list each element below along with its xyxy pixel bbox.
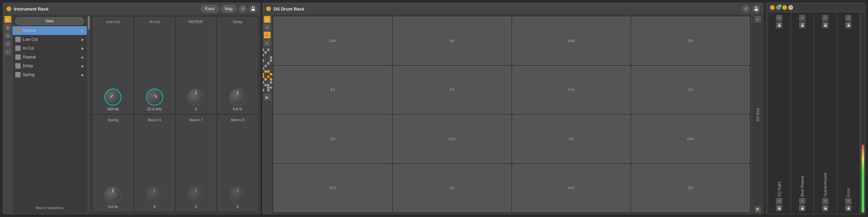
echo-bot-icon-1[interactable]: ↺ <box>845 198 851 204</box>
mini-cell <box>264 62 267 65</box>
device-status-4[interactable] <box>788 5 793 10</box>
eq8-bot-icon-2[interactable]: 💾 <box>776 205 782 211</box>
beatrepeat-bot-icon-1[interactable]: ↺ <box>799 198 805 204</box>
ds-power-button[interactable] <box>266 6 271 11</box>
hybridreverb-bot-icon-1[interactable]: ↺ <box>822 198 828 204</box>
drum-pads-grid: G#4 A4 A#4 B4 E4 F4 F#4 G4 C4 C#4 D4 D#4… <box>272 15 752 214</box>
macro-sidebar: New Normal ▶ Low Cut ▶ Hi Cu <box>13 15 87 214</box>
pad-gs4[interactable]: G#4 <box>274 17 392 65</box>
beatrepeat-icon-1[interactable]: ↺ <box>799 15 805 21</box>
device-eq8-bottom-icons: ↺ 💾 <box>776 198 782 211</box>
pad-d4[interactable]: D4 <box>512 115 631 163</box>
macro6-knob[interactable] <box>146 186 163 203</box>
pad-g4[interactable]: G4 <box>631 66 750 114</box>
hicut-knob[interactable] <box>146 89 163 106</box>
map-button[interactable]: Map <box>221 5 236 13</box>
ds-nav-2[interactable]: ⊙ <box>264 24 271 31</box>
ds-nav-3[interactable]: — <box>264 32 271 38</box>
echo-label: Echo <box>846 30 850 197</box>
arrow-spring: ▶ <box>81 73 84 77</box>
preset-list: Normal ▶ Low Cut ▶ Hi Cut ▶ <box>13 26 87 203</box>
device-status-row <box>768 3 865 12</box>
eq8-bot-icon-1[interactable]: ↺ <box>776 198 782 204</box>
mini-cell <box>267 59 270 62</box>
beatrepeat-icon-2[interactable]: 💾 <box>799 22 805 28</box>
echo-icon-2[interactable]: 💾 <box>845 22 851 28</box>
preset-item-delay[interactable]: Delay ▶ <box>13 61 87 70</box>
pad-e4[interactable]: E4 <box>274 66 392 114</box>
nav-icon-2[interactable]: ⊕ <box>4 24 11 31</box>
ds-nav-play[interactable]: ▶ <box>264 94 271 101</box>
pad-gs3[interactable]: G#3 <box>274 164 392 212</box>
preset-icon-repeat <box>15 54 21 60</box>
pad-b4[interactable]: B4 <box>631 17 750 65</box>
pad-as4[interactable]: A#4 <box>512 17 631 65</box>
macro7-value: 0 <box>195 205 197 209</box>
preset-icon-spring <box>15 72 21 77</box>
macro-cell-lowcut: Low Cut 183 Hz <box>93 17 133 113</box>
device-status-2[interactable] <box>776 5 781 10</box>
preset-item-repeat[interactable]: Repeat ▶ <box>13 53 87 61</box>
ds-nav-4[interactable]: ≡ <box>264 39 271 46</box>
nav-icon-1[interactable]: ◉ <box>4 16 11 23</box>
preset-item-spring[interactable]: Spring ▶ <box>13 70 87 79</box>
echo-icon-1[interactable]: ↺ <box>845 15 851 21</box>
rand-button[interactable]: Rand <box>201 5 218 13</box>
arrow-normal: ▶ <box>81 29 84 33</box>
pad-f4[interactable]: F4 <box>393 66 511 114</box>
pad-c4[interactable]: C4 <box>274 115 392 163</box>
preset-item-lowcut[interactable]: Low Cut ▶ <box>13 35 87 44</box>
nav-icon-5[interactable]: ≡ <box>4 49 11 55</box>
spring-knob[interactable] <box>104 186 121 203</box>
pad-cs4[interactable]: C#4 <box>393 115 511 163</box>
delay-knob[interactable] <box>229 89 246 106</box>
rack-power-button[interactable] <box>6 6 11 11</box>
repeat-value: 0 <box>195 107 197 111</box>
mini-cell <box>263 59 264 62</box>
hicut-value: 22.0 kHz <box>147 107 162 111</box>
nav-icon-3[interactable]: ⊖ <box>4 32 11 39</box>
preset-item-hicut[interactable]: Hi Cut ▶ <box>13 44 87 53</box>
mini-cell <box>267 54 270 56</box>
hicut-label: Hi Cut <box>149 20 160 24</box>
mini-cell-active <box>263 73 264 75</box>
pad-ds4[interactable]: D#4 <box>631 115 750 163</box>
pad-b3[interactable]: B3 <box>631 164 750 212</box>
macro8-label: Macro 8 <box>231 118 244 122</box>
pad-a4[interactable]: A4 <box>393 17 511 65</box>
macro8-knob[interactable] <box>229 186 246 203</box>
preset-item-normal[interactable]: Normal ▶ <box>13 26 87 35</box>
preset-name-delay: Delay <box>23 64 79 68</box>
ds-nav-1[interactable]: ◉ <box>264 16 271 23</box>
hicut-knob-container: 22.0 kHz <box>146 89 163 111</box>
mini-cell <box>263 62 264 65</box>
ds-refresh-icon[interactable]: ↺ <box>742 5 750 13</box>
mini-cell <box>264 54 267 56</box>
ds-save-icon[interactable]: 💾 <box>752 5 760 13</box>
mini-cell <box>267 84 270 86</box>
device-status-1[interactable] <box>770 5 775 10</box>
beatrepeat-bot-icon-2[interactable]: 💾 <box>799 205 805 211</box>
new-button[interactable]: New <box>15 17 84 25</box>
pad-as3[interactable]: A#3 <box>512 164 631 212</box>
ds-kick-icon[interactable]: 📦 <box>755 206 761 213</box>
ds-kick-nav[interactable]: ↺ <box>754 16 761 23</box>
lowcut-knob[interactable] <box>104 89 121 106</box>
device-status-3[interactable] <box>782 5 787 10</box>
macro-cell-macro6: Macro 6 0 <box>135 115 175 212</box>
preset-scroll[interactable] <box>88 16 90 213</box>
eq8-icon-2[interactable]: 💾 <box>776 22 782 28</box>
hybridreverb-icon-1[interactable]: ↺ <box>822 15 828 21</box>
echo-bot-icon-2[interactable]: 💾 <box>845 205 851 211</box>
pad-a3[interactable]: A3 <box>393 164 511 212</box>
hybridreverb-icon-2[interactable]: 💾 <box>822 22 828 28</box>
repeat-knob[interactable] <box>188 89 204 106</box>
refresh-icon[interactable]: ↺ <box>239 5 246 13</box>
macro6-value: 0 <box>154 205 156 209</box>
eq8-icon-1[interactable]: ↺ <box>776 15 782 21</box>
nav-icon-4[interactable]: ⊙ <box>4 40 11 47</box>
hybridreverb-bot-icon-2[interactable]: 💾 <box>822 205 828 211</box>
save-icon[interactable]: 💾 <box>249 5 257 13</box>
pad-fs4[interactable]: F#4 <box>512 66 631 114</box>
macro7-knob[interactable] <box>188 186 204 203</box>
